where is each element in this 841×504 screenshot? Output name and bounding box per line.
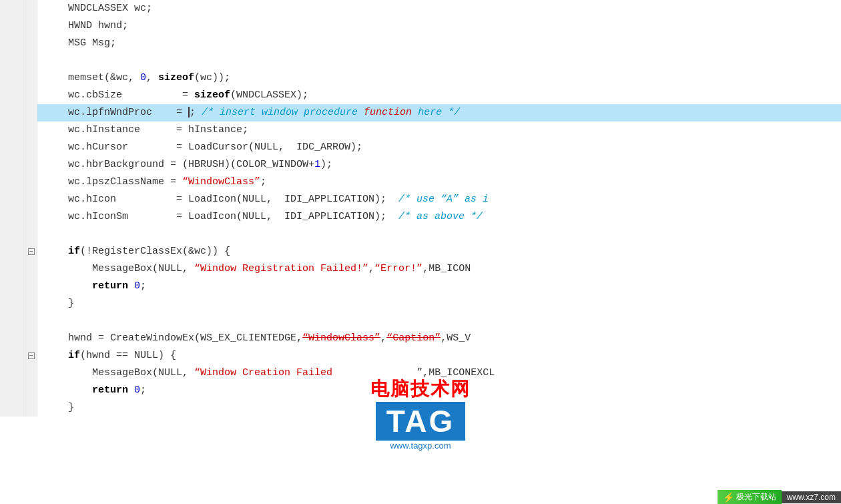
line-content[interactable] <box>37 312 841 330</box>
fold-gutter[interactable] <box>25 399 37 417</box>
line-content[interactable]: } <box>37 399 841 417</box>
line-number <box>0 347 25 364</box>
line-number <box>0 312 25 330</box>
line-number <box>0 156 25 174</box>
fold-gutter[interactable] <box>25 191 37 208</box>
line-content[interactable]: wc.lpfnWndProc = ; /* insert window proc… <box>37 104 841 121</box>
code-line: wc.lpszClassName = “WindowClass”; <box>0 174 841 191</box>
xz7-badge: www.xz7.com <box>782 491 841 503</box>
line-content[interactable]: } <box>37 295 841 312</box>
line-content[interactable]: hwnd = CreateWindowEx(WS_EX_CLIENTEDGE,“… <box>37 330 841 347</box>
fold-gutter[interactable] <box>25 260 37 278</box>
line-number <box>0 208 25 226</box>
jiguang-badge: ⚡ 极光下载站 <box>718 490 782 504</box>
line-content[interactable]: wc.lpszClassName = “WindowClass”; <box>37 174 841 191</box>
line-content[interactable]: wc.hCursor = LoadCursor(NULL, IDC_ARROW)… <box>37 139 841 156</box>
code-line: } <box>0 295 841 312</box>
line-number <box>0 0 25 17</box>
line-number <box>0 364 25 382</box>
code-line: memset(&wc, 0, sizeof(wc)); <box>0 69 841 87</box>
code-line: wc.hIconSm = LoadIcon(NULL, IDI_APPLICAT… <box>0 208 841 226</box>
code-line: hwnd = CreateWindowEx(WS_EX_CLIENTEDGE,“… <box>0 330 841 347</box>
line-content[interactable]: if(hwnd == NULL) { <box>37 347 841 364</box>
fold-gutter[interactable] <box>25 364 37 382</box>
code-line <box>0 226 841 243</box>
line-number <box>0 260 25 278</box>
line-content[interactable]: WNDCLASSEX wc; <box>37 0 841 17</box>
line-content[interactable]: MessageBox(NULL, “Window Creation Failed… <box>37 364 841 382</box>
code-line: HWND hwnd; <box>0 17 841 35</box>
code-line: wc.hIcon = LoadIcon(NULL, IDI_APPLICATIO… <box>0 191 841 208</box>
line-number <box>0 69 25 87</box>
line-number <box>0 121 25 139</box>
fold-gutter[interactable]: − <box>25 347 37 364</box>
fold-gutter[interactable] <box>25 17 37 35</box>
line-content[interactable]: wc.hInstance = hInstance; <box>37 121 841 139</box>
fold-minus-icon[interactable]: − <box>28 248 35 255</box>
code-line: MessageBox(NULL, “Window Registration Fa… <box>0 260 841 278</box>
line-content[interactable]: MSG Msg; <box>37 35 841 52</box>
code-line: } <box>0 399 841 417</box>
code-line: − if(!RegisterClassEx(&wc)) { <box>0 243 841 260</box>
line-number <box>0 226 25 243</box>
fold-gutter[interactable]: − <box>25 243 37 260</box>
code-line: MessageBox(NULL, “Window Creation Failed… <box>0 364 841 382</box>
fold-minus-icon[interactable]: − <box>28 352 35 359</box>
line-content[interactable]: wc.cbSize = sizeof(WNDCLASSEX); <box>37 87 841 104</box>
line-content[interactable]: HWND hwnd; <box>37 17 841 35</box>
bottom-bar: ⚡ 极光下载站 www.xz7.com <box>718 490 841 504</box>
fold-gutter[interactable] <box>25 295 37 312</box>
lightning-icon: ⚡ <box>723 492 734 503</box>
code-line: WNDCLASSEX wc; <box>0 0 841 17</box>
line-number <box>0 399 25 417</box>
line-number <box>0 87 25 104</box>
line-content[interactable]: wc.hbrBackground = (HBRUSH)(COLOR_WINDOW… <box>37 156 841 174</box>
code-line: MSG Msg; <box>0 35 841 52</box>
code-line: return 0; <box>0 278 841 295</box>
fold-gutter[interactable] <box>25 35 37 52</box>
line-content[interactable]: return 0; <box>37 278 841 295</box>
line-content[interactable]: wc.hIcon = LoadIcon(NULL, IDI_APPLICATIO… <box>37 191 841 208</box>
fold-gutter[interactable] <box>25 226 37 243</box>
code-line: wc.hInstance = hInstance; <box>0 121 841 139</box>
fold-gutter[interactable] <box>25 87 37 104</box>
fold-gutter[interactable] <box>25 121 37 139</box>
code-line: wc.hbrBackground = (HBRUSH)(COLOR_WINDOW… <box>0 156 841 174</box>
fold-gutter[interactable] <box>25 208 37 226</box>
code-line <box>0 52 841 69</box>
code-line: return 0; <box>0 382 841 399</box>
fold-gutter[interactable] <box>25 278 37 295</box>
fold-gutter[interactable] <box>25 52 37 69</box>
line-content[interactable] <box>37 52 841 69</box>
code-line <box>0 312 841 330</box>
line-number <box>0 104 25 121</box>
code-line: − if(hwnd == NULL) { <box>0 347 841 364</box>
line-content[interactable]: wc.hIconSm = LoadIcon(NULL, IDI_APPLICAT… <box>37 208 841 226</box>
fold-gutter[interactable] <box>25 174 37 191</box>
fold-gutter[interactable] <box>25 382 37 399</box>
line-number <box>0 174 25 191</box>
line-number <box>0 139 25 156</box>
line-content[interactable]: if(!RegisterClassEx(&wc)) { <box>37 243 841 260</box>
line-number <box>0 330 25 347</box>
line-number <box>0 35 25 52</box>
line-content[interactable]: MessageBox(NULL, “Window Registration Fa… <box>37 260 841 278</box>
fold-gutter[interactable] <box>25 0 37 17</box>
line-content[interactable]: memset(&wc, 0, sizeof(wc)); <box>37 69 841 87</box>
fold-gutter[interactable] <box>25 330 37 347</box>
fold-gutter[interactable] <box>25 139 37 156</box>
line-number <box>0 295 25 312</box>
jiguang-label: 极光下载站 <box>736 491 776 503</box>
code-line-highlighted: wc.lpfnWndProc = ; /* insert window proc… <box>0 104 841 121</box>
line-content[interactable] <box>37 226 841 243</box>
fold-gutter[interactable] <box>25 69 37 87</box>
fold-gutter[interactable] <box>25 312 37 330</box>
xz7-label: www.xz7.com <box>787 493 836 502</box>
code-area[interactable]: WNDCLASSEX wc; HWND hwnd; MSG Msg; memse… <box>0 0 841 504</box>
fold-gutter[interactable] <box>25 104 37 121</box>
fold-gutter[interactable] <box>25 156 37 174</box>
line-number <box>0 243 25 260</box>
line-number <box>0 52 25 69</box>
editor-container: WNDCLASSEX wc; HWND hwnd; MSG Msg; memse… <box>0 0 841 504</box>
line-content[interactable]: return 0; <box>37 382 841 399</box>
